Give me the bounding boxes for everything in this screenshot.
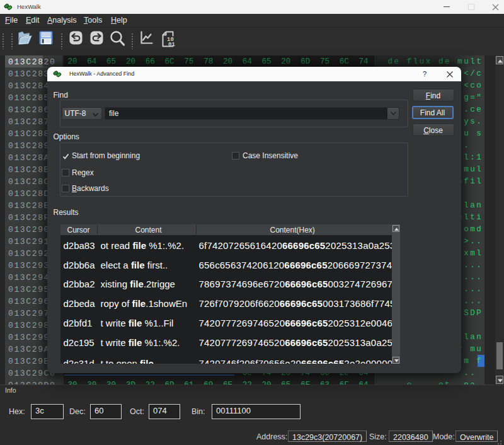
svg-text:01: 01 [168,41,175,47]
